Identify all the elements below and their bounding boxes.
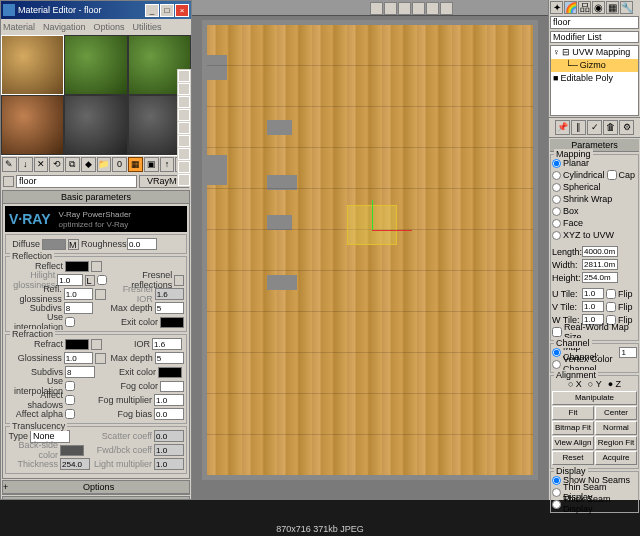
mat-id-icon[interactable]: 0 [112,157,127,172]
sample-slot-1[interactable] [1,35,64,95]
modifier-list-dropdown[interactable]: Modifier List [550,31,639,43]
roughness-spinner[interactable]: 0.0 [127,238,157,250]
show-end-result-icon[interactable]: ∥ [571,120,586,135]
region-fit-button[interactable]: Region Fit [595,436,637,450]
bitmap-fit-button[interactable]: Bitmap Fit [552,421,594,435]
put-to-lib-icon[interactable]: 📁 [97,157,112,172]
refract-exit-swatch[interactable] [158,367,182,378]
uvw-gizmo[interactable] [337,200,407,260]
reset-map-icon[interactable]: ⟲ [49,157,64,172]
make-copy-icon[interactable]: ⧉ [65,157,80,172]
utile-spinner[interactable]: 1.0 [582,288,604,299]
video-check-icon[interactable] [178,122,190,134]
lock-icon[interactable]: L [85,275,95,286]
affect-shadows-checkbox[interactable] [65,395,75,405]
hierarchy-tab-icon[interactable]: 品 [578,1,591,14]
sample-slot-5[interactable] [64,95,127,155]
pin-stack-icon[interactable]: 📌 [555,120,570,135]
refl-subdivs-spinner[interactable]: 8 [64,302,93,314]
sample-slot-4[interactable] [1,95,64,155]
close-button[interactable]: × [175,4,189,17]
reflect-map-button[interactable] [91,261,102,272]
modifier-stack[interactable]: ♀ ⊟ UVW Mapping └─ Gizmo ■ Editable Poly [550,45,639,116]
assign-icon[interactable]: ✕ [34,157,49,172]
configure-sets-icon[interactable]: ⚙ [619,120,634,135]
rollout-options-header[interactable]: +Options [3,481,189,494]
reset-button[interactable]: Reset [552,451,594,465]
vtile-spinner[interactable]: 1.0 [582,301,604,312]
modifier-editable-poly[interactable]: ■ Editable Poly [551,72,638,85]
object-name-input[interactable]: floor [550,16,639,29]
vflip-checkbox[interactable] [606,302,616,312]
menu-material[interactable]: Material [3,22,35,32]
fresnel-checkbox[interactable] [97,275,107,285]
titlebar[interactable]: Material Editor - floor _ □ × [1,1,191,19]
diffuse-map-button[interactable]: M [68,239,79,250]
create-tab-icon[interactable]: ✦ [550,1,563,14]
y-axis-icon[interactable] [372,200,373,230]
maximize-button[interactable]: □ [160,4,174,17]
sample-uv-icon[interactable] [178,109,190,121]
refl-gloss-spinner[interactable]: 1.0 [64,288,93,300]
render-last-icon[interactable] [426,2,439,15]
quick-render-icon[interactable] [440,2,453,15]
viewport[interactable] [192,0,548,500]
refl-interp-checkbox[interactable] [65,317,75,327]
fog-swatch[interactable] [160,381,184,392]
utilities-tab-icon[interactable]: 🔧 [620,1,633,14]
menu-utilities[interactable]: Utilities [133,22,162,32]
cap-checkbox[interactable] [607,170,617,180]
modifier-gizmo[interactable]: └─ Gizmo [551,59,638,72]
length-spinner[interactable]: 4000.0m [582,246,618,257]
minimize-button[interactable]: _ [145,4,159,17]
sample-type-icon[interactable] [178,70,190,82]
options-icon[interactable] [178,148,190,160]
thin-seam-radio[interactable] [552,488,561,497]
modifier-uvw-mapping[interactable]: ♀ ⊟ UVW Mapping [551,46,638,59]
shrinkwrap-radio[interactable] [552,195,561,204]
normal-align-button[interactable]: Normal Align [595,421,637,435]
viewport-canvas[interactable] [202,20,538,480]
rollout-maps-header[interactable]: +Maps [3,497,189,499]
fog-mult-spinner[interactable]: 1.0 [154,394,184,406]
width-spinner[interactable]: 2811.0m [582,259,618,270]
diffuse-swatch[interactable] [42,239,66,250]
x-axis-icon[interactable] [372,230,412,231]
vertex-color-radio[interactable] [552,360,561,369]
affect-alpha-checkbox[interactable] [65,409,75,419]
modify-tab-icon[interactable]: 🌈 [564,1,577,14]
acquire-button[interactable]: Acquire [595,451,637,465]
fit-button[interactable]: Fit [552,406,594,420]
planar-radio[interactable] [552,159,561,168]
face-radio[interactable] [552,219,561,228]
rollout-basic-header[interactable]: Basic parameters [3,191,189,204]
make-unique-icon[interactable]: ◆ [81,157,96,172]
schematic-icon[interactable] [384,2,397,15]
refract-swatch[interactable] [65,339,89,350]
layer-icon[interactable] [370,2,383,15]
center-button[interactable]: Center [595,406,637,420]
fresnel-lock-icon[interactable] [174,275,184,286]
go-parent-icon[interactable]: ↑ [160,157,175,172]
menu-options[interactable]: Options [94,22,125,32]
fog-bias-spinner[interactable]: 0.0 [154,408,184,420]
mat-map-nav-icon[interactable] [178,174,190,186]
map-channel-radio[interactable] [552,348,561,357]
show-map-icon[interactable]: ▦ [128,157,143,172]
refract-subdivs-spinner[interactable]: 8 [65,366,95,378]
thick-seam-radio[interactable] [552,500,561,509]
view-align-button[interactable]: View Align [552,436,594,450]
make-unique-mod-icon[interactable]: ✓ [587,120,602,135]
refl-exit-swatch[interactable] [160,317,184,328]
box-radio[interactable] [552,207,561,216]
render-icon[interactable] [412,2,425,15]
put-to-scene-icon[interactable]: ↓ [18,157,33,172]
select-by-mat-icon[interactable] [178,161,190,173]
no-seams-radio[interactable] [552,476,561,485]
height-spinner[interactable]: 254.0m [582,272,618,283]
refract-maxdepth-spinner[interactable]: 5 [155,352,184,364]
refract-interp-checkbox[interactable] [65,381,75,391]
pick-icon[interactable] [3,176,14,187]
material-icon[interactable] [398,2,411,15]
menu-navigation[interactable]: Navigation [43,22,86,32]
